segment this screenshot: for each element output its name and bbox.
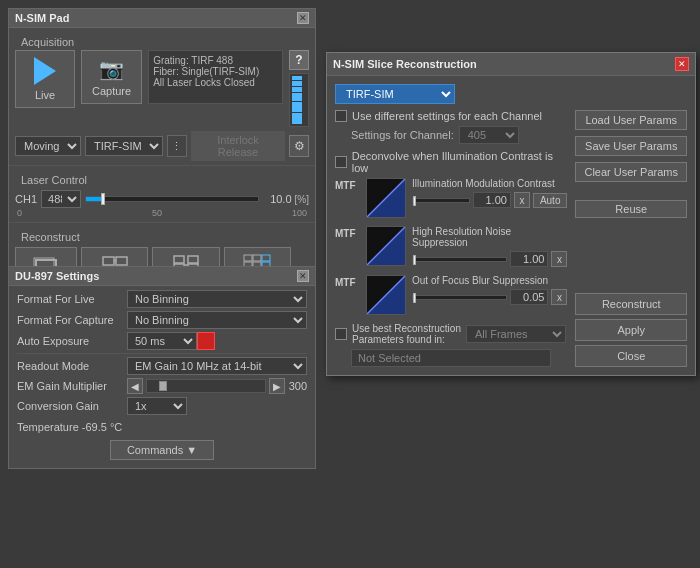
du897-titlebar: DU-897 Settings ✕ <box>9 267 315 286</box>
close-button[interactable]: Close <box>575 345 687 367</box>
du897-settings-body: Format For Live No Binning Format For Ca… <box>9 286 315 468</box>
deconvolve-row: Deconvolve when Illumination Contrast is… <box>335 150 567 174</box>
mtf1-auto-button[interactable]: Auto <box>533 193 568 208</box>
commands-button[interactable]: Commands ▼ <box>110 440 214 460</box>
mtf1-thumbnail <box>366 178 406 218</box>
slice-left-column: Use different settings for each Channel … <box>335 110 567 367</box>
mtf2-x-button[interactable]: x <box>551 251 567 267</box>
mtf1-value-input[interactable] <box>473 192 511 208</box>
mtf3-slider-thumb <box>413 293 416 303</box>
em-gain-slider[interactable] <box>146 379 266 393</box>
em-gain-value: 300 <box>289 380 307 392</box>
capture-label: Capture <box>92 85 131 97</box>
grating-info-box: Grating: TIRF 488 Fiber: Single(TIRF-SIM… <box>148 50 283 104</box>
mtf3-slider-row: x <box>412 289 567 305</box>
settings-gear-button[interactable]: ⚙ <box>289 135 309 157</box>
use-diff-settings-row: Use different settings for each Channel <box>335 110 567 122</box>
tirf-sim-row: TIRF-SIM <box>335 84 687 104</box>
slider-min-label: 0 <box>17 208 22 218</box>
reuse-button[interactable]: Reuse <box>575 200 687 218</box>
du897-separator <box>17 353 307 354</box>
moving-select[interactable]: Moving <box>15 136 81 156</box>
auto-exposure-red-button[interactable] <box>197 332 215 350</box>
save-user-params-button[interactable]: Save User Params <box>575 136 687 156</box>
clear-user-params-button[interactable]: Clear User Params <box>575 162 687 182</box>
load-user-params-button[interactable]: Load User Params <box>575 110 687 130</box>
acquisition-row: Live 📷 Capture Grating: TIRF 488 Fiber: … <box>15 50 309 127</box>
slider-mid-label: 50 <box>152 208 162 218</box>
mtf1-diagram <box>367 179 405 217</box>
mtf2-diagram <box>367 227 405 265</box>
help-button[interactable]: ? <box>289 50 309 70</box>
tirf-sim-select[interactable]: TIRF-SIM <box>85 136 163 156</box>
mtf3-x-button[interactable]: x <box>551 289 567 305</box>
em-gain-label: EM Gain Multiplier <box>17 380 127 392</box>
commands-label: Commands <box>127 444 183 456</box>
svg-rect-2 <box>103 257 114 265</box>
nsim-pad-titlebar: N-SIM Pad ✕ <box>9 9 315 28</box>
conversion-gain-row: Conversion Gain 1x <box>17 397 307 415</box>
live-label: Live <box>35 89 55 101</box>
mtf3-slider[interactable] <box>412 295 507 300</box>
commands-row: Commands ▼ <box>17 436 307 464</box>
apply-button[interactable]: Apply <box>575 319 687 341</box>
mtf1-x-button[interactable]: x <box>514 192 530 208</box>
conversion-gain-select[interactable]: 1x <box>127 397 187 415</box>
signal-seg-6 <box>292 113 302 124</box>
capture-button[interactable]: 📷 Capture <box>81 50 142 104</box>
laser-slider-container: 10.0 [%] <box>85 193 309 205</box>
format-live-select[interactable]: No Binning <box>127 290 307 308</box>
em-gain-right-arrow[interactable]: ▶ <box>269 378 285 394</box>
live-button[interactable]: Live <box>15 50 75 108</box>
use-diff-settings-checkbox[interactable] <box>335 110 347 122</box>
mtf2-value-input[interactable] <box>510 251 548 267</box>
nsim-pad-close-button[interactable]: ✕ <box>297 12 309 24</box>
grid-icon-btn[interactable]: ⋮ <box>167 135 187 157</box>
svg-rect-3 <box>116 257 127 265</box>
readout-mode-select[interactable]: EM Gain 10 MHz at 14-bit <box>127 357 307 375</box>
conversion-gain-label: Conversion Gain <box>17 400 127 412</box>
nsim-pad-title: N-SIM Pad <box>15 12 69 24</box>
acquisition-row2: Moving TIRF-SIM ⋮ Interlock Release ⚙ <box>15 131 309 161</box>
all-frames-select[interactable]: All Frames <box>466 325 566 343</box>
laser-value: 10.0 <box>262 193 292 205</box>
slider-labels: 0 50 100 <box>15 208 309 218</box>
mtf2-slider-thumb <box>413 255 416 265</box>
format-capture-select[interactable]: No Binning <box>127 311 307 329</box>
laser-control-label: Laser Control <box>15 170 309 188</box>
grating-info-text: Grating: TIRF 488 Fiber: Single(TIRF-SIM… <box>153 55 259 88</box>
channel-select[interactable]: 405 <box>459 126 519 144</box>
mtf1-row: MTF Illumination Modulation Contrast <box>335 178 567 218</box>
mtf2-slider[interactable] <box>412 257 507 262</box>
not-selected-container: Not Selected <box>351 349 567 367</box>
auto-exposure-select[interactable]: 50 ms <box>127 332 197 350</box>
reconstruct-button[interactable]: Reconstruct <box>575 293 687 315</box>
deconvolve-checkbox[interactable] <box>335 156 347 168</box>
mtf3-row: MTF Out of Focus Blur Suppression <box>335 275 567 315</box>
slice-reconstruction-close-button[interactable]: ✕ <box>675 57 689 71</box>
use-best-recon-label: Use best ReconstructionParameters found … <box>352 323 461 345</box>
mtf1-slider-row: x Auto <box>412 192 567 208</box>
mtf3-controls: Out of Focus Blur Suppression x <box>412 275 567 305</box>
acquisition-section: Acquisition Live 📷 Capture Grating: TIRF… <box>9 28 315 166</box>
laser-slider-thumb[interactable] <box>101 193 105 205</box>
svg-rect-9 <box>188 256 198 263</box>
mtf3-diagram <box>367 276 405 314</box>
deconvolve-label: Deconvolve when Illumination Contrast is… <box>352 150 568 174</box>
slice-reconstruction-dialog: N-SIM Slice Reconstruction ✕ TIRF-SIM Us… <box>326 52 696 376</box>
tirf-sim-mode-select[interactable]: TIRF-SIM <box>335 84 455 104</box>
ch1-wavelength-select[interactable]: 488 <box>41 190 81 208</box>
mtf2-label: MTF <box>335 226 360 239</box>
du897-close-button[interactable]: ✕ <box>297 270 309 282</box>
mtf3-title: Out of Focus Blur Suppression <box>412 275 567 286</box>
em-gain-row: EM Gain Multiplier ◀ ▶ 300 <box>17 378 307 394</box>
mtf3-value-input[interactable] <box>510 289 548 305</box>
interlock-release-button[interactable]: Interlock Release <box>191 131 285 161</box>
laser-slider-track[interactable] <box>85 196 259 202</box>
em-gain-left-arrow[interactable]: ◀ <box>127 378 143 394</box>
slice-reconstruction-title: N-SIM Slice Reconstruction <box>333 58 477 70</box>
signal-seg-1 <box>292 76 302 80</box>
use-best-recon-checkbox[interactable] <box>335 328 347 340</box>
mtf1-slider[interactable] <box>412 198 470 203</box>
slider-max-label: 100 <box>292 208 307 218</box>
